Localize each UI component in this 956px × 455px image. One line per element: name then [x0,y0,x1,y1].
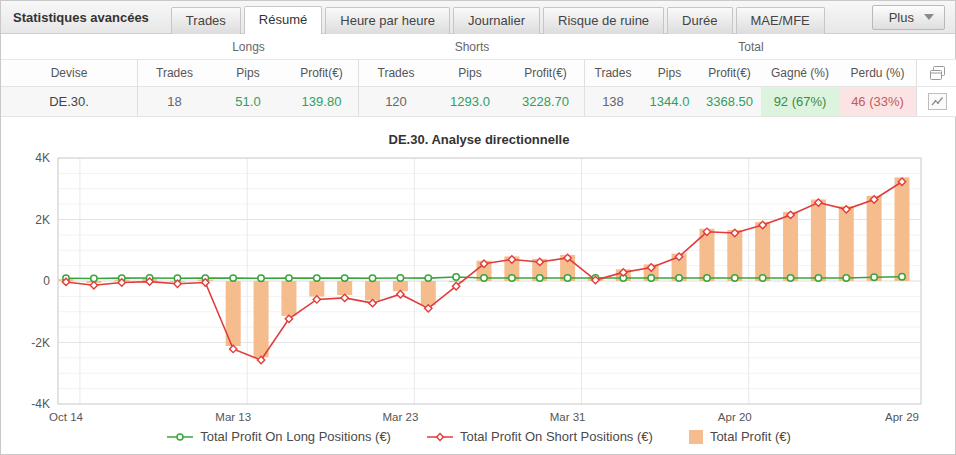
col-header-trades-total: Trades [585,59,641,87]
legend-label: Total Profit On Long Positions (€) [200,429,391,444]
row-longs-profit: 139.80 [285,87,359,117]
legend-item-long-positions[interactable]: Total Profit On Long Positions (€) [167,429,391,444]
row-shorts-trades: 120 [359,87,433,117]
tab-trades[interactable]: Trades [171,7,241,34]
panel-title: Statistiques avancées [13,10,149,25]
legend-diamond-marker-icon [427,431,453,443]
group-header-longs: Longs [138,34,359,59]
caret-down-icon [924,14,934,20]
col-header-profit-total: Profit(€) [698,59,761,87]
chart-legend: Total Profit On Long Positions (€)Total … [1,429,956,444]
svg-text:Apr 29: Apr 29 [885,411,919,423]
tab-journalier[interactable]: Journalier [453,7,540,34]
col-header-perdu: Perdu (%) [839,59,917,87]
row-total-trades: 138 [585,87,641,117]
col-header-profit-longs: Profit(€) [285,59,359,87]
group-header-shorts: Shorts [359,34,585,59]
row-total-pips: 1344.0 [641,87,698,117]
svg-text:2K: 2K [35,213,50,227]
legend-label: Total Profit On Short Positions (€) [460,429,653,444]
summary-table: Longs Shorts Total Devise Trades Pips Pr… [1,34,955,117]
legend-label: Total Profit (€) [710,429,791,444]
col-header-trades-shorts: Trades [359,59,433,87]
legend-item-total-profit[interactable]: Total Profit (€) [689,429,791,444]
axis-tick-labels: 4K2K0-2K-4KOct 14Mar 13Mar 23Mar 31Apr 2… [31,151,919,423]
row-shorts-pips: 1293.0 [433,87,507,117]
row-perdu-badge: 46 (33%) [839,87,917,117]
tab-r-sum-[interactable]: Résumé [244,6,322,34]
copy-pages-icon[interactable] [917,59,956,87]
group-header-total: Total [585,34,917,59]
tab-dur-e[interactable]: Durée [667,7,732,34]
row-icon-cell [917,87,956,117]
plus-dropdown-button[interactable]: Plus [872,5,945,30]
directional-analysis-chart: DE.30. Analyse directionnelle 4K2K0-2K-4… [1,126,956,455]
col-header-devise: Devise [1,59,138,87]
row-shorts-profit: 3228.70 [507,87,585,117]
row-longs-trades: 18 [138,87,211,117]
svg-text:Apr 20: Apr 20 [718,411,752,423]
tab-list: TradesRésuméHeure par heureJournalierRis… [171,1,825,33]
group-spacer [1,34,138,59]
col-header-pips-shorts: Pips [433,59,507,87]
svg-text:Mar 23: Mar 23 [383,411,419,423]
row-total-profit: 3368.50 [698,87,761,117]
col-header-trades-longs: Trades [138,59,211,87]
advanced-statistics-panel: Statistiques avancées TradesRésuméHeure … [0,0,956,455]
col-header-pips-total: Pips [641,59,698,87]
row-gagne-badge: 92 (67%) [761,87,839,117]
tab-mae-mfe[interactable]: MAE/MFE [736,7,825,34]
mini-chart-icon[interactable] [928,93,947,110]
svg-text:0: 0 [43,274,50,288]
col-header-pips-longs: Pips [211,59,285,87]
svg-text:Mar 31: Mar 31 [550,411,586,423]
legend-bar-swatch [689,430,703,444]
tab-heure-par-heure[interactable]: Heure par heure [325,7,450,34]
col-header-profit-shorts: Profit(€) [507,59,585,87]
plus-label: Plus [889,10,914,25]
svg-text:Mar 13: Mar 13 [215,411,251,423]
col-header-gagne: Gagné (%) [761,59,839,87]
tab-risque-de-ruine[interactable]: Risque de ruine [543,7,664,34]
row-longs-pips: 51.0 [211,87,285,117]
svg-text:Oct 14: Oct 14 [49,411,83,423]
group-spacer [917,34,956,59]
svg-text:4K: 4K [35,151,50,165]
svg-text:-4K: -4K [31,397,50,411]
tab-bar: Statistiques avancées TradesRésuméHeure … [1,1,955,34]
chart-plot-area: 4K2K0-2K-4KOct 14Mar 13Mar 23Mar 31Apr 2… [1,126,956,455]
row-devise: DE.30. [1,87,138,117]
legend-item-short-positions[interactable]: Total Profit On Short Positions (€) [427,429,653,444]
legend-circle-marker-icon [167,432,193,442]
svg-text:-2K: -2K [31,336,50,350]
